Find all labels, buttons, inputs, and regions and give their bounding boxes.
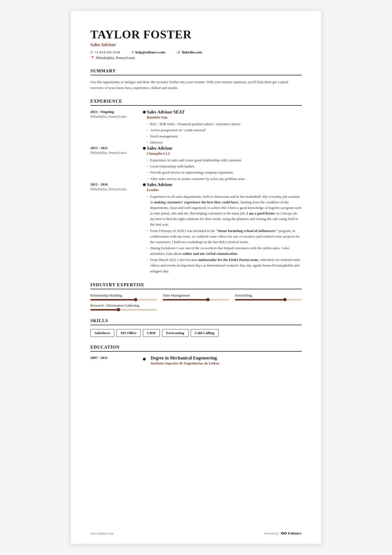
bullet-item: Good relationship with banker. — [147, 164, 302, 169]
bullet-item: Active prospection on "credit renewal" — [147, 127, 302, 133]
expertise-item-3: Research / Information Gathering. — [90, 303, 157, 310]
skill-tag-4: Cold Calling — [191, 329, 219, 337]
edu-bullet-0 — [142, 356, 147, 366]
phone-icon: ✆ — [90, 50, 93, 55]
exp-date-3: 2012 - 2016 Philadelphia, Pennsylvania — [90, 182, 142, 275]
expertise-bar-dot-2 — [283, 298, 287, 301]
expertise-title: INDUSTRY EXPERTISE — [90, 282, 302, 289]
bullet-item: Delivery — [147, 140, 302, 145]
expertise-bar-fill-0 — [90, 299, 136, 300]
skills-title: SKILLS — [90, 318, 302, 325]
bullet-item: From February of 2020 I was included in … — [147, 228, 302, 245]
enhancv-logo-icon — [281, 531, 287, 536]
exp-date-1: 2021 - Ongoing Philadelphia, Pennsylvani… — [90, 110, 142, 146]
education-table: 2007 - 2011 Degree in Mechanical Engenee… — [90, 356, 302, 366]
bullet-dot-1 — [143, 111, 146, 114]
experience-title: EXPERIENCE — [90, 99, 302, 106]
linkedin-icon: 🔗 — [177, 50, 181, 55]
edu-date-0: 2007 - 2011 — [90, 356, 142, 366]
exp-bullet-1 — [142, 110, 147, 146]
location-row: 📍 Philadelphia, Pennsylvania — [90, 56, 302, 60]
header-section: TAYLOR FOSTER Sales Advisor ✆ +1-914-345… — [90, 28, 302, 60]
exp-bullet-3 — [142, 182, 147, 275]
candidate-title: Sales Advisor — [90, 42, 302, 47]
bullet-item: Stock management — [147, 134, 302, 139]
candidate-name: TAYLOR FOSTER — [90, 28, 302, 41]
bullet-dot-3 — [143, 183, 146, 186]
expertise-bottom: Research / Information Gathering. — [90, 303, 302, 310]
expertise-bar-bg-2 — [235, 299, 302, 300]
skill-tag-1: MS Office — [116, 329, 141, 337]
expertise-bar-bg-0 — [90, 299, 157, 300]
enhancv-logo: Enhancv — [281, 531, 302, 536]
linkedin-link[interactable]: linkedin.com — [182, 50, 202, 55]
skills-section: SKILLS Salesforce MS Office CRM Forecast… — [90, 318, 302, 337]
bullet-item: Provide good service in representing com… — [147, 170, 302, 175]
location-icon: 📍 — [90, 56, 95, 60]
powered-by-label: Powered by — [264, 532, 279, 535]
exp-row-1: 2021 - Ongoing Philadelphia, Pennsylvani… — [90, 110, 302, 146]
email-item: ✉ help@enhancv.com — [131, 50, 165, 55]
footer-url: www.enhancv.com — [90, 532, 114, 535]
expertise-item-2: Storytelling — [235, 293, 302, 300]
bullet-item: B2C / B2B Sales - Financial product advi… — [147, 121, 302, 127]
contact-row: ✆ +1-914-345-5530 ✉ help@enhancv.com 🔗 l… — [90, 50, 302, 55]
bullet-item: Experience in sales and create good rela… — [147, 157, 302, 163]
expertise-item-0: Relationship Building — [90, 293, 157, 300]
exp-content-2: Sales Advisor Champlin LLC Experience in… — [147, 146, 302, 182]
expertise-bar-bg-1 — [163, 299, 229, 300]
expertise-bar-dot-3 — [117, 308, 120, 311]
skill-tag-3: Forecasting — [162, 329, 188, 337]
email-link[interactable]: help@enhancv.com — [135, 50, 165, 55]
skills-list: Salesforce MS Office CRM Forecasting Col… — [90, 329, 302, 337]
bullet-item: During lockdown I was one of the co-work… — [147, 245, 302, 256]
education-section: EDUCATION 2007 - 2011 Degree in Mechanic… — [90, 345, 302, 366]
exp-bullets-2: Experience in sales and create good rela… — [147, 157, 302, 182]
bullet-item: Experience in all sales departments, bot… — [147, 194, 302, 228]
email-icon: ✉ — [131, 50, 134, 55]
expertise-bar-fill-1 — [163, 299, 208, 300]
exp-bullet-2 — [142, 146, 147, 182]
expertise-item-1: Time Management — [163, 293, 229, 300]
resume-page: TAYLOR FOSTER Sales Advisor ✆ +1-914-345… — [71, 11, 321, 544]
expertise-bar-fill-3 — [90, 309, 118, 310]
education-title: EDUCATION — [90, 345, 302, 352]
bullet-item: From March 2021 I also became ambassador… — [147, 257, 302, 274]
exp-content-3: Sales Advisor Erudite Experience in all … — [147, 182, 302, 275]
bullet-dot-2 — [143, 147, 146, 150]
enhancv-brand-name: Enhancv — [288, 531, 302, 536]
expertise-bar-dot-1 — [206, 298, 210, 301]
experience-table: 2021 - Ongoing Philadelphia, Pennsylvani… — [90, 110, 302, 275]
edu-bullet-dot-0 — [143, 358, 146, 361]
exp-bullets-3: Experience in all sales departments, bot… — [147, 194, 302, 274]
footer: www.enhancv.com Powered by Enhancv — [90, 531, 302, 536]
expertise-bar-fill-2 — [235, 299, 285, 300]
summary-text: Use this opportunity to intrigue and dra… — [90, 79, 302, 91]
phone-item: ✆ +1-914-345-5530 — [90, 50, 120, 55]
edu-content-0: Degree in Mechanical Engeneering Institu… — [147, 356, 302, 366]
experience-section: EXPERIENCE 2021 - Ongoing Philadelphia, … — [90, 99, 302, 275]
linkedin-item: 🔗 linkedin.com — [177, 50, 202, 55]
exp-row-2: 2015 - 2021 Philadelphia, Pennsylvania S… — [90, 146, 302, 182]
location-text: Philadelphia, Pennsylvania — [96, 56, 135, 60]
expertise-bar-dot-0 — [134, 298, 137, 301]
footer-powered: Powered by Enhancv — [264, 531, 302, 536]
skill-tag-2: CRM — [143, 329, 160, 337]
edu-row-0: 2007 - 2011 Degree in Mechanical Engenee… — [90, 356, 302, 366]
expertise-section: INDUSTRY EXPERTISE Relationship Building… — [90, 282, 302, 310]
exp-content-1: Sales Advisor SEAT Bonefete Fun B2C / B2… — [147, 110, 302, 146]
exp-bullets-1: B2C / B2B Sales - Financial product advi… — [147, 121, 302, 145]
exp-date-2: 2015 - 2021 Philadelphia, Pennsylvania — [90, 146, 142, 182]
exp-row-3: 2012 - 2016 Philadelphia, Pennsylvania S… — [90, 182, 302, 275]
bullet-item: After sales service in assists customer … — [147, 176, 302, 182]
expertise-grid: Relationship Building Time Management St… — [90, 293, 302, 300]
summary-title: SUMMARY — [90, 68, 302, 75]
skill-tag-0: Salesforce — [90, 329, 114, 337]
phone-number: +1-914-345-5530 — [95, 50, 120, 55]
summary-section: SUMMARY Use this opportunity to intrigue… — [90, 68, 302, 91]
expertise-bar-bg-3 — [90, 309, 157, 310]
